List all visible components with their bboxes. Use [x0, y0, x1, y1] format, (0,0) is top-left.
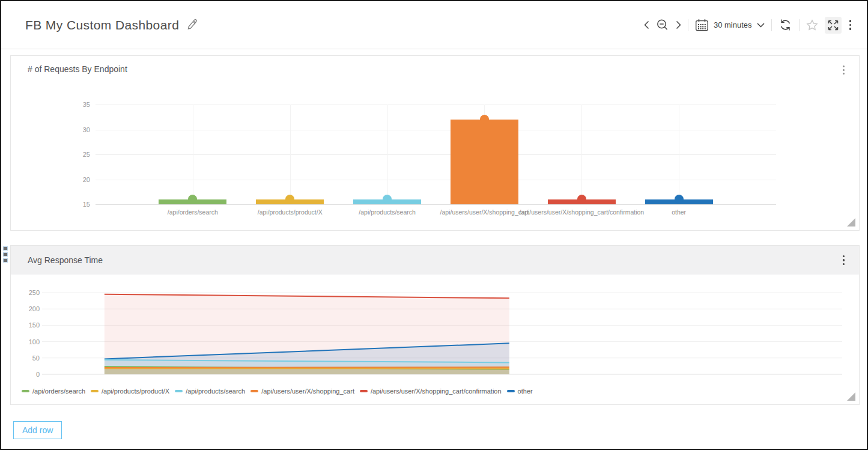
- area-chart-svg: [42, 293, 842, 374]
- y-axis-tick-label: 50: [12, 354, 40, 362]
- legend-item[interactable]: /api/products/product/X: [91, 388, 169, 395]
- chart-legend: /api/orders/search/api/products/product/…: [22, 388, 533, 395]
- y-axis-tick-label: 25: [62, 151, 90, 158]
- time-range-value: 30 minutes: [714, 20, 752, 29]
- gridline: [581, 105, 582, 204]
- gridline: [96, 204, 776, 205]
- legend-item[interactable]: /api/users/user/X/shopping_cart/confirma…: [360, 388, 502, 395]
- gridline: [193, 105, 193, 204]
- legend-label: /api/products/product/X: [102, 388, 169, 395]
- y-axis-tick-label: 250: [12, 289, 40, 296]
- legend-swatch: [175, 390, 183, 392]
- panel-title: Avg Response Time: [28, 255, 103, 265]
- dashboard-root: FB My Custom Dashboard: [0, 0, 868, 450]
- gridline: [96, 130, 776, 130]
- divider: [771, 19, 772, 31]
- legend-swatch: [22, 390, 29, 392]
- y-axis-tick-label: 100: [12, 338, 40, 345]
- panel-menu-icon[interactable]: [842, 254, 846, 267]
- dashboard-menu-icon[interactable]: [848, 19, 853, 31]
- time-range-selector[interactable]: 30 minutes: [695, 19, 765, 31]
- gridline: [96, 180, 776, 180]
- y-axis-tick-label: 200: [12, 305, 40, 312]
- y-axis-tick-label: 30: [62, 126, 90, 133]
- legend-label: /api/orders/search: [32, 388, 85, 395]
- panel-menu-icon[interactable]: [842, 64, 846, 76]
- favorite-star-icon[interactable]: [806, 19, 818, 31]
- chevron-down-icon: [757, 23, 765, 28]
- legend-swatch: [360, 390, 368, 392]
- panel-resize-handle[interactable]: [847, 218, 855, 227]
- bar[interactable]: [451, 120, 518, 204]
- panel-title: # of Requests By Endpoint: [28, 64, 127, 74]
- legend-item[interactable]: /api/users/user/X/shopping_cart: [250, 388, 354, 395]
- divider: [799, 19, 800, 31]
- refresh-icon[interactable]: [778, 18, 792, 32]
- panel-requests-by-endpoint: # of Requests By Endpoint 1520253035/api…: [10, 55, 860, 231]
- title-wrap: FB My Custom Dashboard: [25, 18, 198, 32]
- series-line[interactable]: [105, 367, 509, 368]
- y-axis-tick-label: 20: [62, 176, 90, 183]
- bar-marker: [675, 195, 684, 204]
- add-row-button[interactable]: Add row: [13, 421, 62, 439]
- y-axis-tick-label: 0: [12, 371, 40, 378]
- legend-item[interactable]: /api/products/search: [175, 388, 245, 395]
- gridline: [387, 105, 388, 204]
- zoom-out-time-icon[interactable]: [656, 19, 669, 32]
- dashboard-header: FB My Custom Dashboard: [1, 1, 867, 49]
- panel-avg-response-time: Avg Response Time 050100150200250 /api/o…: [10, 245, 860, 405]
- legend-swatch: [507, 390, 515, 392]
- fullscreen-icon[interactable]: [825, 17, 842, 34]
- legend-label: /api/users/user/X/shopping_cart: [261, 388, 354, 395]
- x-axis-category-label: /api/users/user/X/shopping_cart: [440, 208, 529, 216]
- bar-marker: [577, 195, 586, 204]
- x-axis-category-label: /api/products/product/X: [258, 208, 323, 216]
- divider: [688, 19, 688, 31]
- gridline: [290, 105, 291, 204]
- legend-item[interactable]: other: [507, 388, 533, 395]
- panel-header: Avg Response Time: [11, 246, 859, 275]
- gridline: [96, 154, 776, 155]
- y-axis-tick-label: 15: [62, 201, 90, 208]
- panel-resize-handle[interactable]: [847, 392, 855, 401]
- calendar-icon: [695, 19, 709, 31]
- x-axis-category-label: other: [672, 208, 686, 216]
- gridline: [679, 105, 679, 204]
- legend-label: /api/products/search: [186, 388, 245, 395]
- legend-item[interactable]: /api/orders/search: [22, 388, 85, 395]
- x-axis-category-label: /api/orders/search: [168, 208, 218, 216]
- legend-label: other: [518, 388, 533, 395]
- header-controls: 30 minutes: [644, 17, 852, 34]
- row-drag-handle-icon[interactable]: [3, 246, 8, 263]
- legend-swatch: [250, 390, 258, 392]
- edit-title-icon[interactable]: [186, 19, 198, 31]
- time-forward-button[interactable]: [676, 20, 681, 29]
- legend-label: /api/users/user/X/shopping_cart/confirma…: [371, 388, 502, 395]
- gridline: [96, 105, 776, 105]
- page-title: FB My Custom Dashboard: [25, 18, 179, 32]
- x-axis-category-label: /api/products/search: [359, 208, 416, 216]
- y-axis-tick-label: 35: [62, 101, 90, 108]
- y-axis-tick-label: 150: [12, 321, 40, 329]
- x-axis-category-label: /api/users/user/X/shopping_cart/confirma…: [519, 208, 644, 216]
- legend-swatch: [91, 390, 99, 392]
- time-back-button[interactable]: [644, 20, 649, 29]
